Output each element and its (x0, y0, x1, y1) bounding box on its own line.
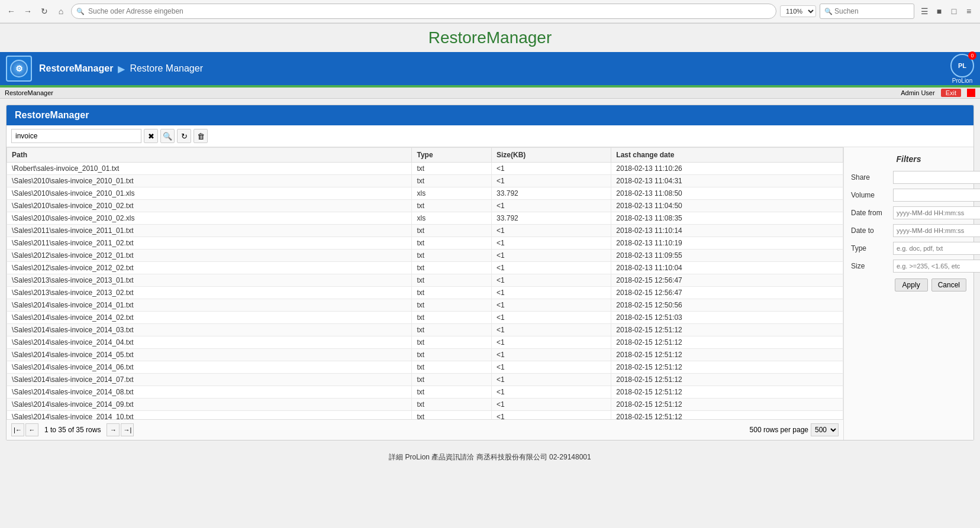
table-row[interactable]: \Robert\sales-invoice_2010_01.txt txt <1… (7, 163, 843, 175)
filter-datefrom-row: Date from (851, 206, 966, 219)
browser-chrome: ← → ↻ ⌂ 🔍 110% 100% 90% 🔍 ☰ ■ □ ≡ (0, 0, 980, 24)
zoom-select[interactable]: 110% 100% 90% (780, 5, 816, 17)
browser-search-wrapper: 🔍 (820, 4, 914, 19)
refresh-button[interactable]: ↻ (177, 129, 191, 143)
cell-path: \Sales\2010\sales-invoice_2010_01.txt (7, 175, 412, 187)
last-page-button[interactable]: →| (121, 423, 134, 436)
cell-path: \Sales\2014\sales-invoice_2014_07.txt (7, 374, 412, 386)
table-row[interactable]: \Sales\2010\sales-invoice_2010_01.xls xl… (7, 187, 843, 200)
browser-search-input[interactable] (820, 4, 914, 19)
cell-size: <1 (492, 287, 611, 299)
col-size: Size(KB) (492, 148, 611, 163)
rows-per-page-select[interactable]: 500 100 50 25 (811, 423, 839, 436)
filter-type-label: Type (851, 244, 889, 252)
next-page-button[interactable]: → (107, 423, 120, 436)
table-row[interactable]: \Sales\2011\sales-invoice_2011_01.txt tx… (7, 225, 843, 237)
cell-date: 2018-02-15 12:56:47 (611, 274, 843, 287)
home-button[interactable]: ⌂ (54, 5, 67, 18)
table-row[interactable]: \Sales\2013\sales-invoice_2013_02.txt tx… (7, 287, 843, 299)
table-row[interactable]: \Sales\2011\sales-invoice_2011_02.txt tx… (7, 237, 843, 250)
cell-size: <1 (492, 411, 611, 420)
cell-date: 2018-02-13 11:10:04 (611, 262, 843, 274)
cell-size: <1 (492, 175, 611, 187)
address-input[interactable] (71, 4, 776, 19)
search-button[interactable]: 🔍 (160, 129, 175, 143)
table-row[interactable]: \Sales\2010\sales-invoice_2010_01.txt tx… (7, 175, 843, 187)
cell-type: txt (412, 386, 492, 399)
cell-type: txt (412, 237, 492, 250)
cell-type: txt (412, 374, 492, 386)
forward-button[interactable]: → (21, 5, 34, 18)
cell-path: \Sales\2012\sales-invoice_2012_02.txt (7, 262, 412, 274)
filter-cancel-button[interactable]: Cancel (931, 278, 966, 291)
cell-type: xls (412, 212, 492, 225)
cell-path: \Sales\2014\sales-invoice_2014_06.txt (7, 361, 412, 374)
table-row[interactable]: \Sales\2014\sales-invoice_2014_04.txt tx… (7, 336, 843, 349)
cell-size: <1 (492, 262, 611, 274)
col-date: Last change date (611, 148, 843, 163)
filter-datefrom-label: Date from (851, 209, 889, 217)
search-input[interactable] (11, 129, 141, 143)
filter-size-row: Size KB MB GB (851, 260, 966, 273)
filter-datefrom-input[interactable] (893, 206, 980, 219)
cell-size: <1 (492, 250, 611, 262)
filter-type-input[interactable] (893, 242, 980, 255)
cell-date: 2018-02-15 12:51:12 (611, 336, 843, 349)
cell-path: \Sales\2012\sales-invoice_2012_01.txt (7, 250, 412, 262)
status-user: Admin User (901, 89, 934, 96)
table-row[interactable]: \Sales\2014\sales-invoice_2014_10.txt tx… (7, 411, 843, 420)
filter-dateto-input[interactable] (893, 224, 980, 237)
table-header: Path Type Size(KB) Last change date (7, 148, 843, 163)
extension-icon[interactable]: ■ (933, 5, 946, 18)
first-page-button[interactable]: |← (11, 423, 24, 436)
prolion-label: ProLion (950, 77, 974, 84)
filter-apply-button[interactable]: Apply (895, 278, 928, 291)
filter-share-input[interactable] (893, 171, 980, 184)
app-nav-title: RestoreManager (39, 63, 113, 74)
table-row[interactable]: \Sales\2014\sales-invoice_2014_09.txt tx… (7, 399, 843, 411)
app-logo: ⚙ (6, 56, 32, 82)
table-row[interactable]: \Sales\2014\sales-invoice_2014_02.txt tx… (7, 312, 843, 324)
cell-date: 2018-02-13 11:04:31 (611, 175, 843, 187)
cell-size: <1 (492, 237, 611, 250)
reload-button[interactable]: ↻ (38, 5, 51, 18)
menu-icon[interactable]: ≡ (962, 5, 975, 18)
cell-size: <1 (492, 361, 611, 374)
window-icon[interactable]: □ (947, 5, 960, 18)
table-row[interactable]: \Sales\2014\sales-invoice_2014_03.txt tx… (7, 324, 843, 336)
address-search-icon: 🔍 (76, 8, 85, 15)
notification-badge: 0 (968, 51, 976, 60)
table-row[interactable]: \Sales\2014\sales-invoice_2014_07.txt tx… (7, 374, 843, 386)
delete-button[interactable]: 🗑 (194, 129, 208, 143)
filter-size-input[interactable] (893, 260, 980, 273)
table-row[interactable]: \Sales\2010\sales-invoice_2010_02.xls xl… (7, 212, 843, 225)
cell-path: \Sales\2011\sales-invoice_2011_01.txt (7, 225, 412, 237)
clear-search-button[interactable]: ✖ (144, 129, 158, 143)
table-header-row: Path Type Size(KB) Last change date (7, 148, 843, 163)
table-row[interactable]: \Sales\2014\sales-invoice_2014_08.txt tx… (7, 386, 843, 399)
exit-button[interactable]: Exit (941, 89, 961, 97)
cell-path: \Sales\2013\sales-invoice_2013_02.txt (7, 287, 412, 299)
filter-volume-input[interactable] (893, 189, 980, 202)
cell-date: 2018-02-13 11:10:19 (611, 237, 843, 250)
cell-date: 2018-02-15 12:51:12 (611, 361, 843, 374)
cell-path: \Sales\2014\sales-invoice_2014_04.txt (7, 336, 412, 349)
table-row[interactable]: \Sales\2012\sales-invoice_2012_01.txt tx… (7, 250, 843, 262)
back-button[interactable]: ← (5, 5, 18, 18)
table-row[interactable]: \Sales\2014\sales-invoice_2014_06.txt tx… (7, 361, 843, 374)
cell-size: <1 (492, 225, 611, 237)
bookmark-icon[interactable]: ☰ (918, 5, 931, 18)
table-scroll[interactable]: Path Type Size(KB) Last change date \Rob… (7, 147, 843, 419)
cell-path: \Sales\2014\sales-invoice_2014_10.txt (7, 411, 412, 420)
table-row[interactable]: \Sales\2010\sales-invoice_2010_02.txt tx… (7, 200, 843, 212)
table-row[interactable]: \Sales\2012\sales-invoice_2012_02.txt tx… (7, 262, 843, 274)
table-row[interactable]: \Sales\2014\sales-invoice_2014_01.txt tx… (7, 299, 843, 312)
prev-page-button[interactable]: ← (25, 423, 38, 436)
cell-date: 2018-02-13 11:04:50 (611, 200, 843, 212)
cell-path: \Sales\2011\sales-invoice_2011_02.txt (7, 237, 412, 250)
cell-type: txt (412, 411, 492, 420)
filters-panel: Filters Share Volume Date from Date to (843, 147, 973, 440)
table-row[interactable]: \Sales\2014\sales-invoice_2014_05.txt tx… (7, 349, 843, 361)
table-row[interactable]: \Sales\2013\sales-invoice_2013_01.txt tx… (7, 274, 843, 287)
filter-volume-label: Volume (851, 191, 889, 199)
